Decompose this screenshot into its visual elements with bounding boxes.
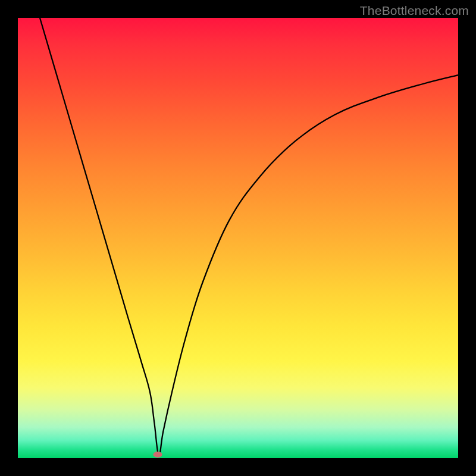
minimum-marker [154,452,162,458]
bottleneck-curve [40,18,458,456]
curve-svg [18,18,458,458]
chart-frame: TheBottleneck.com [0,0,476,476]
watermark-text: TheBottleneck.com [360,4,469,18]
plot-area [18,18,458,458]
